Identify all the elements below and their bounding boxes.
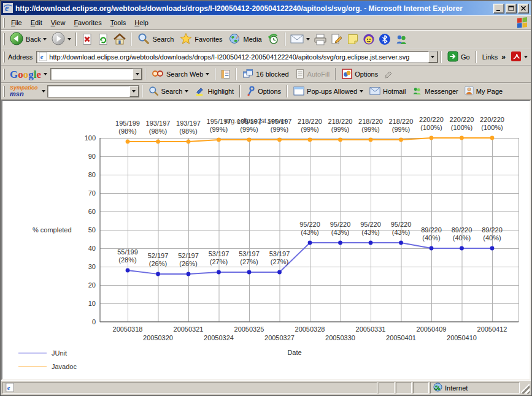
popup-blocker-button[interactable]: 16 blocked [239, 66, 291, 82]
address-bar: Address e http://download.eclipse.org/we… [1, 48, 531, 66]
msn-options-button[interactable]: Options [243, 83, 284, 99]
favorites-button[interactable]: Favorites [177, 31, 225, 47]
google-highlight-button[interactable] [381, 66, 396, 82]
svg-text:20050412: 20050412 [477, 326, 507, 333]
svg-text:53/197: 53/197 [239, 250, 260, 257]
addressbar-grip[interactable] [3, 51, 5, 63]
menu-tools[interactable]: Tools [106, 17, 131, 28]
search-web-dropdown-icon [206, 73, 209, 75]
svg-text:60: 60 [88, 208, 96, 215]
forward-icon [52, 32, 65, 47]
autofill-button[interactable]: AutoFill [292, 66, 333, 82]
data-point [430, 246, 434, 251]
svg-text:20050318: 20050318 [113, 326, 143, 333]
adobe-pdf-icon [511, 51, 522, 63]
google-search-text[interactable] [53, 69, 131, 79]
address-input[interactable]: e http://download.eclipse.org/webtools/d… [36, 51, 438, 63]
data-point [338, 241, 342, 245]
msn-search-dropdown-button[interactable] [129, 86, 139, 97]
svg-text:(28%): (28%) [118, 256, 136, 264]
close-button[interactable] [518, 4, 529, 13]
my-page-icon [465, 86, 474, 97]
search-button[interactable]: Search [134, 31, 177, 47]
yahoo-messenger-button[interactable] [361, 31, 377, 47]
mail-dropdown-icon [306, 38, 310, 40]
msn-search-text[interactable] [50, 86, 128, 96]
msn-messenger-button[interactable] [393, 31, 410, 47]
messenger-buddy-icon [412, 86, 422, 97]
home-button[interactable] [111, 31, 128, 47]
googlebar-grip[interactable] [3, 69, 5, 80]
back-button[interactable]: Back [7, 31, 50, 47]
svg-text:55/199: 55/199 [117, 248, 138, 256]
svg-text:95/220: 95/220 [299, 221, 320, 228]
svg-text:218/220: 218/220 [389, 118, 414, 125]
history-button[interactable] [265, 31, 282, 47]
links-button[interactable]: Links » [479, 49, 509, 65]
menu-file[interactable]: File [7, 17, 26, 28]
resize-grip[interactable] [521, 382, 530, 394]
svg-text:(98%): (98%) [149, 128, 167, 135]
stop-button[interactable] [79, 31, 95, 47]
data-point [460, 136, 464, 140]
svg-text:(98%): (98%) [118, 128, 136, 135]
svg-text:10: 10 [88, 300, 96, 307]
google-menu-button[interactable]: Google [7, 66, 50, 82]
data-point [369, 241, 373, 245]
svg-text:(40%): (40%) [422, 234, 440, 242]
popups-allowed-button[interactable]: Pop-ups Allowed [290, 83, 366, 99]
mail-button[interactable] [288, 31, 312, 47]
data-point [277, 270, 282, 275]
svg-text:70: 70 [88, 189, 96, 197]
media-button[interactable]: ♪ Media [226, 31, 265, 47]
maximize-button[interactable] [506, 4, 517, 13]
bluetooth-button[interactable] [377, 31, 393, 47]
messenger-button[interactable]: Messenger [409, 83, 461, 99]
go-button[interactable]: Go [444, 49, 473, 65]
menubar-grip[interactable] [3, 18, 5, 27]
hotmail-button[interactable]: Hotmail [366, 83, 409, 99]
print-button[interactable] [312, 31, 329, 47]
browser-window: e http://download.eclipse.org/webtools/d… [0, 0, 532, 396]
msn-search-input[interactable] [47, 85, 139, 97]
svg-text:(43%): (43%) [301, 229, 318, 236]
msn-search-button[interactable]: Search [145, 83, 192, 99]
svg-text:20050324: 20050324 [204, 334, 234, 341]
menu-favorites[interactable]: Favorites [69, 17, 106, 28]
svg-text:20050401: 20050401 [386, 334, 416, 341]
refresh-button[interactable] [95, 31, 111, 47]
svg-text:(99%): (99%) [210, 126, 228, 133]
minimize-button[interactable] [493, 4, 504, 13]
menu-view[interactable]: View [47, 17, 70, 28]
msn-menu-button[interactable]: Sympatico msn [7, 83, 47, 99]
search-web-button[interactable]: Search Web [148, 66, 212, 82]
menu-edit[interactable]: Edit [26, 17, 47, 28]
highlight-button[interactable]: Highlight [191, 83, 237, 99]
notes-button[interactable] [345, 31, 361, 47]
google-news-button[interactable] [218, 66, 233, 82]
edit-button[interactable] [329, 31, 345, 47]
forward-button[interactable] [50, 31, 73, 47]
menu-help[interactable]: Help [130, 17, 153, 28]
google-options-button[interactable]: Options [339, 66, 381, 82]
data-point [187, 140, 191, 144]
toolbar-grip[interactable] [3, 33, 5, 45]
security-zone-pane: Internet [430, 382, 520, 394]
svg-text:(26%): (26%) [179, 260, 197, 267]
data-point [490, 136, 495, 140]
msnbar-grip[interactable] [3, 86, 5, 97]
adobe-pdf-button[interactable] [509, 49, 530, 65]
google-logo: Google [10, 69, 41, 80]
data-point [247, 138, 252, 142]
svg-text:193/197: 193/197 [146, 120, 171, 127]
address-dropdown-button[interactable] [428, 51, 438, 63]
google-search-dropdown-button[interactable] [133, 69, 142, 80]
svg-text:(27%): (27%) [210, 258, 228, 265]
svg-text:(43%): (43%) [392, 229, 410, 236]
my-page-button[interactable]: My Page [461, 83, 506, 99]
svg-text:220/220: 220/220 [450, 116, 474, 123]
google-search-input[interactable] [50, 68, 142, 80]
window-title: http://download.eclipse.org/webtools/dow… [15, 4, 490, 13]
svg-text:52/197: 52/197 [148, 252, 169, 259]
svg-line-chart: 0102030405060708090100200503182005032020… [2, 101, 530, 380]
